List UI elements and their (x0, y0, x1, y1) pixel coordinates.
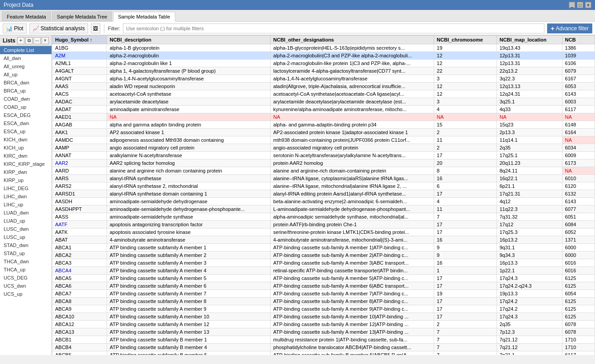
sidebar-item-kich_up[interactable]: KICH_up (0, 144, 52, 152)
col-header-hugo[interactable]: Hugo_Symbol ↑ (52, 36, 107, 44)
sidebar-item-stad_up[interactable]: STAD_up (0, 249, 52, 257)
col-header-ncbi_chr[interactable]: NCBI_chromosome (434, 36, 497, 44)
table-row[interactable]: AASSaminoadipate-semialdehyde synthaseal… (52, 213, 595, 221)
minimize-button[interactable]: _ (569, 2, 575, 8)
cell-ncb: 1710 (562, 336, 595, 344)
sidebar-item-kirc_kirp[interactable]: KIRC_KIRP_stage (0, 160, 52, 168)
table-row[interactable]: ABCA6ATP binding cassette subfamily A me… (52, 282, 595, 290)
table-row[interactable]: AAMPangio associated migratory cell prot… (52, 144, 595, 152)
table-row[interactable]: AACSacetoacetyl-CoA synthetaseacetoacety… (52, 90, 595, 98)
table-row[interactable]: AAED1NANANANANA (52, 113, 595, 121)
table-row[interactable]: A2Malpha-2-macroglobulinalpha-2-macroglo… (52, 52, 595, 60)
sidebar-item-ucs_deg[interactable]: UCS_DEG (0, 274, 52, 282)
col-header-ncbi_map[interactable]: NCBI_map_location (497, 36, 562, 44)
col-header-ncbi_desc[interactable]: NCBI_description (107, 36, 270, 44)
maximize-button[interactable]: □ (577, 2, 583, 8)
table-row[interactable]: AASDHPPTaminoadipate-semialdehyde dehydr… (52, 205, 595, 213)
table-row[interactable]: ABCA5ATP binding cassette subfamily A me… (52, 275, 595, 282)
sidebar-item-thca_dwn[interactable]: THCA_dwn (0, 257, 52, 266)
table-row[interactable]: AAR2AAR2 splicing factor homologprotein … (52, 159, 595, 167)
table-row[interactable]: AARS2alanyl-tRNA synthetase 2, mitochond… (52, 182, 595, 190)
table-row[interactable]: ABCA1ATP binding cassette subfamily A me… (52, 244, 595, 252)
table-row[interactable]: ABCA4ATP binding cassette subfamily A me… (52, 267, 595, 275)
table-row[interactable]: ABCB1ATP binding cassette subfamily B me… (52, 336, 595, 344)
tab-sample-table[interactable]: Sample Metadata Table (113, 12, 175, 22)
sidebar-item-esca_dwn[interactable]: ESCA_dwn (0, 119, 52, 127)
sidebar-item-kich_dwn[interactable]: KICH_dwn (0, 135, 52, 144)
copy-list-button[interactable]: ⧉ (25, 37, 33, 44)
rename-list-button[interactable]: — (33, 37, 41, 44)
filter-input[interactable] (123, 23, 544, 33)
close-button[interactable]: × (585, 2, 591, 8)
sidebar-item-lusc_up[interactable]: LUSC_up (0, 233, 52, 241)
table-row[interactable]: AATKapoptosis associated tyrosine kinase… (52, 229, 595, 236)
sidebar-item-esca_deg[interactable]: ESCA_DEG (0, 111, 52, 119)
tab-sample-tree[interactable]: Sample Metadata Tree (52, 11, 112, 21)
cell-hugo: AADAT (52, 106, 107, 113)
table-row[interactable]: AAASaladin WD repeat nucleoporinaladin|A… (52, 83, 595, 90)
table-row[interactable]: AAGABalpha and gamma adaptin binding pro… (52, 121, 595, 129)
table-row[interactable]: AAMDCadipogenesis associated Mth938 doma… (52, 136, 595, 144)
delete-list-button[interactable]: × (42, 37, 49, 44)
table-row[interactable]: AADATaminoadipate aminotransferasekynure… (52, 106, 595, 113)
table-row[interactable]: ABAT4-aminobutyrate aminotransferase4-am… (52, 236, 595, 244)
sidebar-item-lihc_up[interactable]: LIHC_up (0, 201, 52, 209)
col-header-ncb[interactable]: NCB (562, 36, 595, 44)
sidebar-item-all_dwn[interactable]: All_dwn (0, 54, 52, 62)
sidebar-item-all_up[interactable]: All_up (0, 70, 52, 79)
sidebar-item-kirp_dwn[interactable]: KIRP_dwn (0, 168, 52, 176)
cell-ncbi-map: 16p13.3 (497, 259, 562, 267)
sidebar-item-ucs_up[interactable]: UCS_up (0, 290, 52, 298)
advance-filter-button[interactable]: + Advance filter (547, 23, 592, 33)
table-row[interactable]: ABCA9ATP binding cassette subfamily A me… (52, 305, 595, 313)
sidebar-item-esca_up[interactable]: ESCA_up (0, 127, 52, 135)
table-row[interactable]: A1BGalpha-1-B glycoproteinalpha-1B-glyco… (52, 44, 595, 52)
table-row[interactable]: ABCB5ATP binding cassette subfamily B me… (52, 351, 595, 355)
image-btn[interactable]: 🖼 (91, 23, 100, 33)
cell-ncbi-other: L-aminoadipate-semialdehyde dehydrogenas… (270, 205, 434, 213)
sidebar-item-brca_up[interactable]: BRCA_up (0, 87, 52, 95)
add-list-button[interactable]: + (17, 37, 24, 44)
col-header-ncbi_other[interactable]: NCBI_other_designations (270, 36, 434, 44)
table-row[interactable]: A2ML1alpha-2-macroglobulin like 1alpha-2… (52, 60, 595, 67)
sidebar-item-brca_dwn[interactable]: BRCA_dwn (0, 79, 52, 87)
sidebar-item-coad_dwn[interactable]: COAD_dwn (0, 95, 52, 103)
table-row[interactable]: ABCA2ATP binding cassette subfamily A me… (52, 252, 595, 259)
table-row[interactable]: AANATaralkylamine N-acetyltransferaseser… (52, 152, 595, 159)
sidebar-item-kirp_up[interactable]: KIRP_up (0, 176, 52, 184)
sidebar-item-lusc_dwn[interactable]: LUSC_dwn (0, 225, 52, 233)
table-row[interactable]: A4GALTalpha 1, 4-galactosyltransferase (… (52, 67, 595, 75)
table-row[interactable]: A4GNTalpha-1,4-N-acetylglucosaminyltrans… (52, 75, 595, 83)
sidebar-item-luad_dwn[interactable]: LUAD_dwn (0, 209, 52, 217)
table-row[interactable]: ABCA7ATP binding cassette subfamily A me… (52, 290, 595, 298)
table-row[interactable]: ABCA10ATP binding cassette subfamily A m… (52, 313, 595, 321)
stats-button[interactable]: 📈 Statistical analysis (29, 23, 88, 33)
table-row[interactable]: AASDHaminoadipate-semialdehyde dehydroge… (52, 198, 595, 205)
table-row[interactable]: ABCA12ATP binding cassette subfamily A m… (52, 321, 595, 328)
sidebar-item-ucs_dwn[interactable]: UCS_dwn (0, 282, 52, 290)
sidebar-item-thca_up[interactable]: THCA_up (0, 266, 52, 274)
data-table-container[interactable]: Hugo_Symbol ↑NCBI_descriptionNCBI_other_… (52, 35, 595, 355)
table-row[interactable]: ABCA3ATP binding cassette subfamily A me… (52, 259, 595, 267)
cell-ncbi-chr: 4 (434, 106, 497, 113)
table-row[interactable]: AADACarylacetamide deacetylasearylacetam… (52, 98, 595, 106)
table-row[interactable]: AARSD1alanyl-tRNA synthetase domain cont… (52, 190, 595, 198)
sidebar-item-luad_up[interactable]: LUAD_up (0, 217, 52, 225)
sidebar-item-complete[interactable]: Complete List (0, 46, 52, 54)
sidebar-item-coad_up[interactable]: COAD_up (0, 103, 52, 111)
table-row[interactable]: AARSalanyl-tRNA synthetasealanine--tRNA … (52, 175, 595, 182)
tab-features[interactable]: Feature Metadata (2, 11, 51, 21)
table-row[interactable]: ABCA8ATP binding cassette subfamily A me… (52, 298, 595, 305)
sidebar-item-kirc_dwn[interactable]: KIRC_dwn (0, 152, 52, 160)
sidebar-item-lihc_deg[interactable]: LIHC_DEG (0, 184, 52, 192)
sidebar-item-all_unreg[interactable]: All_unreg (0, 62, 52, 70)
cell-ncbi-map: NA (497, 113, 562, 121)
table-row[interactable]: AATFapoptosis antagonizing transcription… (52, 221, 595, 229)
sidebar-item-stad_dwn[interactable]: STAD_dwn (0, 241, 52, 249)
plot-button[interactable]: 📊 Plot (3, 23, 27, 33)
table-row[interactable]: ABCA13ATP binding cassette subfamily A m… (52, 328, 595, 336)
table-row[interactable]: ABCB4ATP binding cassette subfamily B me… (52, 344, 595, 351)
table-row[interactable]: AARDalanine and arginine rich domain con… (52, 167, 595, 175)
table-row[interactable]: AAK1AP2 associated kinase 1AP2-associate… (52, 129, 595, 136)
sidebar-item-lihc_dwn[interactable]: LIHC_dwn (0, 192, 52, 201)
